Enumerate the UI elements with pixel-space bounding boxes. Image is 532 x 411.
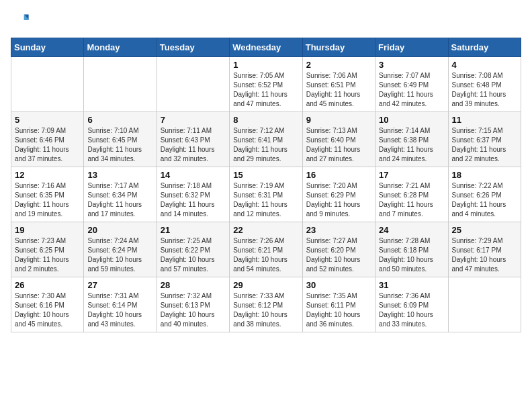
day-number: 9 <box>306 115 371 125</box>
day-number: 4 <box>452 60 517 70</box>
day-detail: Sunrise: 7:21 AM Sunset: 6:28 PM Dayligh… <box>379 181 444 219</box>
calendar-cell: 22Sunrise: 7:26 AM Sunset: 6:21 PM Dayli… <box>230 222 302 277</box>
calendar-cell: 27Sunrise: 7:31 AM Sunset: 6:14 PM Dayli… <box>84 277 157 332</box>
day-detail: Sunrise: 7:23 AM Sunset: 6:25 PM Dayligh… <box>15 236 80 274</box>
day-detail: Sunrise: 7:16 AM Sunset: 6:35 PM Dayligh… <box>15 181 80 219</box>
day-number: 8 <box>233 115 298 125</box>
day-detail: Sunrise: 7:05 AM Sunset: 6:52 PM Dayligh… <box>233 71 298 109</box>
calendar-cell: 24Sunrise: 7:28 AM Sunset: 6:18 PM Dayli… <box>375 222 448 277</box>
calendar-cell: 20Sunrise: 7:24 AM Sunset: 6:24 PM Dayli… <box>84 222 157 277</box>
calendar-cell <box>157 57 229 112</box>
day-number: 3 <box>379 60 444 70</box>
day-number: 30 <box>306 280 371 290</box>
day-number: 15 <box>233 170 298 180</box>
calendar-cell: 25Sunrise: 7:29 AM Sunset: 6:17 PM Dayli… <box>448 222 521 277</box>
day-number: 22 <box>233 225 298 235</box>
day-number: 12 <box>15 170 80 180</box>
calendar-cell: 16Sunrise: 7:20 AM Sunset: 6:29 PM Dayli… <box>302 167 375 222</box>
day-detail: Sunrise: 7:36 AM Sunset: 6:09 PM Dayligh… <box>379 291 444 329</box>
calendar-table: SundayMondayTuesdayWednesdayThursdayFrid… <box>11 38 521 332</box>
calendar-cell: 19Sunrise: 7:23 AM Sunset: 6:25 PM Dayli… <box>11 222 84 277</box>
day-number: 1 <box>233 60 298 70</box>
day-header-thursday: Thursday <box>302 38 375 57</box>
calendar-cell: 23Sunrise: 7:27 AM Sunset: 6:20 PM Dayli… <box>302 222 375 277</box>
day-number: 5 <box>15 115 80 125</box>
day-number: 28 <box>161 280 226 290</box>
day-detail: Sunrise: 7:35 AM Sunset: 6:11 PM Dayligh… <box>306 291 371 329</box>
day-number: 7 <box>161 115 226 125</box>
day-number: 31 <box>379 280 444 290</box>
calendar-cell: 3Sunrise: 7:07 AM Sunset: 6:49 PM Daylig… <box>375 57 448 112</box>
day-number: 20 <box>87 225 152 235</box>
day-detail: Sunrise: 7:11 AM Sunset: 6:43 PM Dayligh… <box>161 126 226 164</box>
day-detail: Sunrise: 7:30 AM Sunset: 6:16 PM Dayligh… <box>15 291 80 329</box>
calendar-week-4: 19Sunrise: 7:23 AM Sunset: 6:25 PM Dayli… <box>11 222 521 277</box>
day-detail: Sunrise: 7:32 AM Sunset: 6:13 PM Dayligh… <box>161 291 226 329</box>
calendar-cell: 17Sunrise: 7:21 AM Sunset: 6:28 PM Dayli… <box>375 167 448 222</box>
day-detail: Sunrise: 7:06 AM Sunset: 6:51 PM Dayligh… <box>306 71 371 109</box>
day-detail: Sunrise: 7:13 AM Sunset: 6:40 PM Dayligh… <box>306 126 371 164</box>
day-detail: Sunrise: 7:12 AM Sunset: 6:41 PM Dayligh… <box>233 126 298 164</box>
day-number: 2 <box>306 60 371 70</box>
calendar-week-1: 1Sunrise: 7:05 AM Sunset: 6:52 PM Daylig… <box>11 57 521 112</box>
calendar-cell: 5Sunrise: 7:09 AM Sunset: 6:46 PM Daylig… <box>11 112 84 167</box>
calendar-week-5: 26Sunrise: 7:30 AM Sunset: 6:16 PM Dayli… <box>11 277 521 332</box>
day-detail: Sunrise: 7:29 AM Sunset: 6:17 PM Dayligh… <box>452 236 517 274</box>
day-number: 27 <box>87 280 152 290</box>
day-number: 18 <box>452 170 517 180</box>
day-detail: Sunrise: 7:31 AM Sunset: 6:14 PM Dayligh… <box>87 291 152 329</box>
calendar-cell: 13Sunrise: 7:17 AM Sunset: 6:34 PM Dayli… <box>84 167 157 222</box>
calendar-cell: 11Sunrise: 7:15 AM Sunset: 6:37 PM Dayli… <box>448 112 521 167</box>
day-number: 13 <box>87 170 152 180</box>
day-detail: Sunrise: 7:14 AM Sunset: 6:38 PM Dayligh… <box>379 126 444 164</box>
day-header-wednesday: Wednesday <box>230 38 302 57</box>
day-number: 25 <box>452 225 517 235</box>
day-detail: Sunrise: 7:19 AM Sunset: 6:31 PM Dayligh… <box>233 181 298 219</box>
calendar-cell: 18Sunrise: 7:22 AM Sunset: 6:26 PM Dayli… <box>448 167 521 222</box>
calendar-cell: 7Sunrise: 7:11 AM Sunset: 6:43 PM Daylig… <box>157 112 229 167</box>
calendar-cell: 31Sunrise: 7:36 AM Sunset: 6:09 PM Dayli… <box>375 277 448 332</box>
day-number: 26 <box>15 280 80 290</box>
day-number: 11 <box>452 115 517 125</box>
calendar-cell: 15Sunrise: 7:19 AM Sunset: 6:31 PM Dayli… <box>230 167 302 222</box>
day-detail: Sunrise: 7:22 AM Sunset: 6:26 PM Dayligh… <box>452 181 517 219</box>
calendar-cell: 12Sunrise: 7:16 AM Sunset: 6:35 PM Dayli… <box>11 167 84 222</box>
day-number: 24 <box>379 225 444 235</box>
page-header <box>11 11 521 30</box>
day-header-monday: Monday <box>84 38 157 57</box>
day-detail: Sunrise: 7:17 AM Sunset: 6:34 PM Dayligh… <box>87 181 152 219</box>
day-detail: Sunrise: 7:18 AM Sunset: 6:32 PM Dayligh… <box>161 181 226 219</box>
day-detail: Sunrise: 7:27 AM Sunset: 6:20 PM Dayligh… <box>306 236 371 274</box>
calendar-cell <box>448 277 521 332</box>
calendar-week-2: 5Sunrise: 7:09 AM Sunset: 6:46 PM Daylig… <box>11 112 521 167</box>
calendar-cell: 8Sunrise: 7:12 AM Sunset: 6:41 PM Daylig… <box>230 112 302 167</box>
day-number: 21 <box>161 225 226 235</box>
day-detail: Sunrise: 7:24 AM Sunset: 6:24 PM Dayligh… <box>87 236 152 274</box>
calendar-cell: 29Sunrise: 7:33 AM Sunset: 6:12 PM Dayli… <box>230 277 302 332</box>
day-number: 17 <box>379 170 444 180</box>
calendar-cell: 28Sunrise: 7:32 AM Sunset: 6:13 PM Dayli… <box>157 277 229 332</box>
day-header-saturday: Saturday <box>448 38 521 57</box>
calendar-cell: 6Sunrise: 7:10 AM Sunset: 6:45 PM Daylig… <box>84 112 157 167</box>
day-header-friday: Friday <box>375 38 448 57</box>
calendar-cell: 10Sunrise: 7:14 AM Sunset: 6:38 PM Dayli… <box>375 112 448 167</box>
day-detail: Sunrise: 7:07 AM Sunset: 6:49 PM Dayligh… <box>379 71 444 109</box>
calendar-header-row: SundayMondayTuesdayWednesdayThursdayFrid… <box>11 38 521 57</box>
calendar-cell: 4Sunrise: 7:08 AM Sunset: 6:48 PM Daylig… <box>448 57 521 112</box>
calendar-cell: 21Sunrise: 7:25 AM Sunset: 6:22 PM Dayli… <box>157 222 229 277</box>
day-detail: Sunrise: 7:09 AM Sunset: 6:46 PM Dayligh… <box>15 126 80 164</box>
calendar-cell: 1Sunrise: 7:05 AM Sunset: 6:52 PM Daylig… <box>230 57 302 112</box>
day-detail: Sunrise: 7:15 AM Sunset: 6:37 PM Dayligh… <box>452 126 517 164</box>
calendar-cell: 14Sunrise: 7:18 AM Sunset: 6:32 PM Dayli… <box>157 167 229 222</box>
day-number: 29 <box>233 280 298 290</box>
logo-icon <box>11 11 30 30</box>
day-number: 16 <box>306 170 371 180</box>
day-number: 23 <box>306 225 371 235</box>
calendar-cell <box>11 57 84 112</box>
day-detail: Sunrise: 7:20 AM Sunset: 6:29 PM Dayligh… <box>306 181 371 219</box>
calendar-cell: 2Sunrise: 7:06 AM Sunset: 6:51 PM Daylig… <box>302 57 375 112</box>
calendar-cell <box>84 57 157 112</box>
day-detail: Sunrise: 7:33 AM Sunset: 6:12 PM Dayligh… <box>233 291 298 329</box>
day-header-tuesday: Tuesday <box>157 38 229 57</box>
day-header-sunday: Sunday <box>11 38 84 57</box>
